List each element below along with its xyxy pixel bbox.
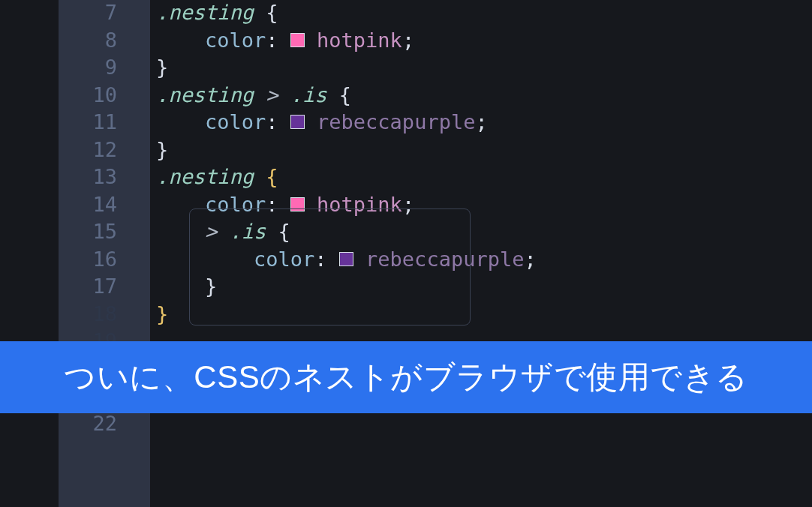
token-punct — [156, 28, 205, 52]
token-value-rebecca: rebeccapurple — [305, 110, 476, 134]
line-number: 9 — [0, 54, 128, 82]
line-number: 15 — [0, 218, 128, 246]
line-number: 14 — [0, 191, 128, 219]
token-punct: { — [266, 1, 278, 24]
token-punct: : — [266, 193, 290, 216]
token-prop: color — [254, 248, 314, 271]
code-content[interactable]: .nesting > .is { — [156, 82, 812, 110]
token-punct — [156, 248, 254, 271]
code-line[interactable]: 9} — [0, 54, 812, 82]
code-line[interactable]: 18} — [0, 301, 812, 328]
code-line[interactable]: 14 color: hotpink; — [0, 191, 812, 219]
code-editor[interactable]: 7.nesting {8 color: hotpink;9}10.nesting… — [0, 0, 812, 507]
code-content[interactable]: } — [156, 273, 812, 301]
token-punct: } — [205, 274, 217, 298]
token-combinator: > — [266, 83, 290, 106]
token-punct: } — [156, 56, 168, 79]
code-line[interactable]: 10.nesting > .is { — [0, 82, 812, 110]
code-content[interactable]: color: hotpink; — [156, 27, 812, 55]
token-brace-gold: { — [266, 165, 278, 188]
line-number: 22 — [0, 410, 128, 438]
token-punct: ; — [402, 28, 414, 52]
token-punct: ; — [402, 193, 414, 216]
token-selector: .nesting — [156, 165, 266, 188]
token-selector: .nesting — [156, 83, 266, 106]
code-content[interactable]: color: rebeccapurple; — [156, 109, 812, 136]
token-prop: color — [205, 110, 266, 134]
token-value-rebecca: rebeccapurple — [353, 248, 525, 271]
code-content[interactable]: .nesting { — [156, 164, 812, 191]
code-content[interactable]: color: hotpink; — [156, 191, 812, 219]
code-line[interactable]: 15 > .is { — [0, 218, 812, 246]
token-selector: .is — [290, 83, 339, 106]
line-number: 12 — [0, 136, 128, 164]
code-line[interactable]: 13.nesting { — [0, 164, 812, 191]
line-number: 13 — [0, 164, 128, 191]
code-line[interactable]: 17 } — [0, 273, 812, 301]
code-content[interactable]: color: rebeccapurple; — [156, 246, 812, 274]
headline-banner-text: ついに、CSSのネストがブラウザで使用できる — [64, 356, 747, 398]
line-number: 16 — [0, 246, 128, 274]
token-punct — [156, 274, 205, 298]
rebecca-color-swatch-icon — [290, 115, 305, 129]
code-content[interactable]: } — [156, 136, 812, 164]
token-punct: : — [266, 110, 290, 134]
code-content[interactable]: } — [156, 301, 812, 328]
token-punct: : — [314, 248, 339, 271]
token-brace-gold: } — [156, 302, 168, 326]
token-punct: ; — [475, 110, 487, 134]
code-content[interactable]: .nesting { — [156, 0, 812, 27]
token-selector: .nesting — [156, 1, 266, 24]
line-number: 11 — [0, 109, 128, 136]
token-punct: : — [266, 28, 290, 52]
line-number: 7 — [0, 0, 128, 27]
code-line[interactable]: 22 — [0, 410, 812, 438]
token-prop: color — [205, 28, 266, 52]
rebecca-color-swatch-icon — [339, 252, 353, 266]
token-punct — [156, 220, 205, 243]
line-number: 10 — [0, 82, 128, 110]
token-value-hotpink: hotpink — [305, 193, 402, 216]
code-line[interactable]: 12} — [0, 136, 812, 164]
line-number: 8 — [0, 27, 128, 55]
token-punct — [156, 110, 205, 134]
code-line[interactable]: 16 color: rebeccapurple; — [0, 246, 812, 274]
code-content[interactable]: } — [156, 54, 812, 82]
code-line[interactable]: 11 color: rebeccapurple; — [0, 109, 812, 136]
hotpink-color-swatch-icon — [290, 197, 305, 212]
token-punct: { — [339, 83, 351, 106]
line-number: 17 — [0, 273, 128, 301]
headline-banner: ついに、CSSのネストがブラウザで使用できる — [0, 341, 812, 413]
code-line[interactable]: 8 color: hotpink; — [0, 27, 812, 55]
token-prop: color — [205, 193, 266, 216]
token-punct: { — [278, 220, 290, 243]
token-selector: .is — [230, 220, 278, 243]
token-punct: } — [156, 138, 168, 161]
code-line[interactable]: 7.nesting { — [0, 0, 812, 27]
token-punct: ; — [524, 248, 536, 271]
token-punct — [156, 193, 205, 216]
line-number: 18 — [0, 301, 128, 328]
code-content[interactable]: > .is { — [156, 218, 812, 246]
token-combinator: > — [205, 220, 230, 243]
hotpink-color-swatch-icon — [290, 33, 305, 47]
token-value-hotpink: hotpink — [305, 28, 402, 52]
